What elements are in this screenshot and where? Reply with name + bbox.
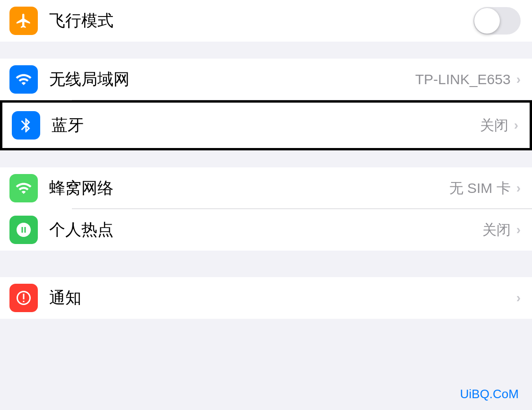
hotspot-icon	[9, 216, 38, 244]
hotspot-chevron: ›	[516, 222, 521, 237]
airplane-toggle-knob	[474, 8, 500, 34]
wifi-icon	[9, 65, 38, 94]
wifi-value: TP-LINK_E653	[415, 71, 511, 87]
bluetooth-row-highlight: 蓝牙 关闭 ›	[0, 100, 532, 150]
hotspot-value: 关闭	[482, 220, 511, 240]
settings-page: 飞行模式 无线局域网 TP-LINK_E653 ›	[0, 0, 532, 410]
airplane-toggle-track[interactable]	[473, 7, 521, 35]
wifi-row[interactable]: 无线局域网 TP-LINK_E653 ›	[0, 59, 532, 100]
group-airplane: 飞行模式	[0, 0, 532, 42]
gap-3	[0, 251, 532, 277]
hotspot-label: 个人热点	[49, 219, 482, 241]
cellular-label: 蜂窝网络	[49, 177, 449, 199]
airplane-label: 飞行模式	[49, 10, 473, 32]
gap-1	[0, 42, 532, 59]
group-notifications: 通知 ›	[0, 277, 532, 319]
bluetooth-icon	[12, 111, 40, 140]
notifications-chevron: ›	[516, 290, 521, 305]
airplane-toggle[interactable]	[473, 7, 521, 35]
cellular-chevron: ›	[516, 181, 521, 196]
wifi-label: 无线局域网	[49, 69, 415, 90]
notifications-row[interactable]: 通知 ›	[0, 277, 532, 319]
bluetooth-chevron: ›	[514, 118, 518, 133]
airplane-row[interactable]: 飞行模式	[0, 0, 532, 42]
hotspot-row[interactable]: 个人热点 关闭 ›	[0, 209, 532, 251]
bluetooth-row[interactable]: 蓝牙 关闭 ›	[2, 103, 530, 148]
wifi-chevron: ›	[516, 72, 521, 87]
bluetooth-label: 蓝牙	[52, 114, 480, 136]
group-network: 无线局域网 TP-LINK_E653 › 蓝牙 关闭 ›	[0, 59, 532, 150]
notifications-icon	[9, 284, 38, 312]
notifications-label: 通知	[49, 287, 516, 309]
cellular-value: 无 SIM 卡	[449, 179, 511, 198]
cellular-icon	[9, 174, 38, 202]
gap-2	[0, 150, 532, 167]
airplane-icon	[9, 7, 38, 35]
cellular-row[interactable]: 蜂窝网络 无 SIM 卡 ›	[0, 167, 532, 209]
watermark: UiBQ.CoM	[460, 387, 519, 401]
bluetooth-value: 关闭	[480, 116, 508, 135]
group-sim: 蜂窝网络 无 SIM 卡 › 个人热点 关闭 ›	[0, 167, 532, 251]
